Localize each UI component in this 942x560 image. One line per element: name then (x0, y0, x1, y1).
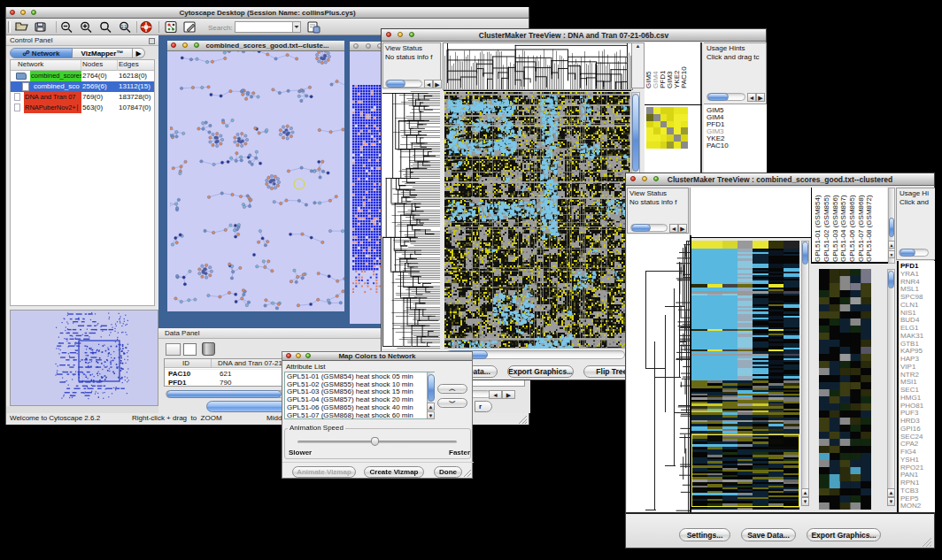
svg-text:Search:: Search: (208, 24, 233, 32)
svg-text:1:1: 1:1 (121, 25, 127, 29)
